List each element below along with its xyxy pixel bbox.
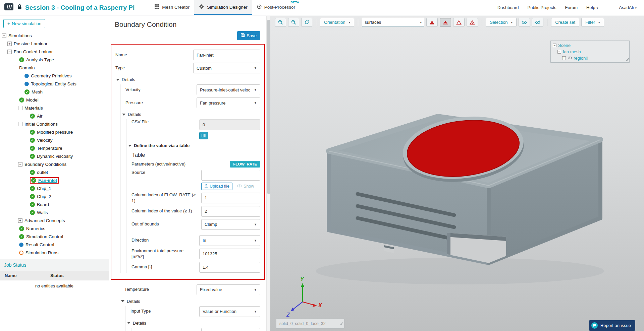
open-table-button[interactable] <box>199 132 208 139</box>
collapse-icon[interactable]: − <box>13 98 17 102</box>
tree-item-label[interactable]: Chip_1 <box>37 186 51 191</box>
scene-tree-root[interactable]: − Scene <box>553 42 627 49</box>
environment-total-pressure-input[interactable] <box>199 249 260 259</box>
resize-handle[interactable] <box>626 57 629 62</box>
expand-icon[interactable]: + <box>18 218 22 223</box>
resize-handle[interactable] <box>339 321 343 326</box>
show-selected-button[interactable] <box>519 18 530 27</box>
details-header[interactable]: Details <box>122 112 260 117</box>
link-dashboard[interactable]: Dashboard <box>497 5 519 10</box>
details-header[interactable]: Details <box>127 321 260 326</box>
tab-simulation-designer[interactable]: Simulation Designer <box>194 0 252 15</box>
tree-item-label[interactable]: Temperature <box>37 146 62 151</box>
tree-item-label[interactable]: Mesh <box>32 89 43 94</box>
tree-item[interactable]: +Advanced Concepts <box>0 216 109 224</box>
out-of-bounds-select[interactable]: Clamp▼ <box>201 219 260 230</box>
tree-item[interactable]: Air <box>0 112 109 120</box>
temperature-select[interactable]: Fixed value▼ <box>197 284 260 295</box>
tree-item-label[interactable]: Board <box>37 202 49 207</box>
zoom-in-button[interactable] <box>275 18 286 27</box>
tree-item[interactable]: +Passive-Laminar <box>0 40 109 48</box>
tree-item-label[interactable]: Boundary Conditions <box>24 162 66 167</box>
user-menu[interactable]: AsadAli▾ <box>619 5 637 10</box>
pressure-select[interactable]: Fan pressure▼ <box>197 97 260 108</box>
tree-item[interactable]: Dynamic viscosity <box>0 152 109 160</box>
gamma-input[interactable] <box>199 262 260 273</box>
collapse-icon[interactable]: − <box>13 66 17 70</box>
define-table-header[interactable]: Define the value via a table <box>128 143 260 148</box>
link-public-projects[interactable]: Public Projects <box>528 5 556 10</box>
tree-item-label[interactable]: Analysis Type <box>26 57 54 62</box>
tree-item[interactable]: −Initial Conditions <box>0 120 109 128</box>
panel-scrollbar[interactable] <box>266 16 270 331</box>
tree-item[interactable]: −Boundary Conditions <box>0 160 109 168</box>
name-input[interactable] <box>193 50 260 60</box>
scene-tree-mesh[interactable]: − fan mesh <box>553 49 627 55</box>
collapse-icon[interactable]: − <box>557 50 561 54</box>
tree-item-label[interactable]: Simulation Runs <box>25 250 58 255</box>
tree-item[interactable]: Result Control <box>0 241 109 249</box>
temperature-value-input[interactable] <box>201 328 260 331</box>
collapse-icon[interactable]: − <box>553 44 556 47</box>
tree-item-label[interactable]: Walls <box>37 210 48 215</box>
tree-item-label[interactable]: Velocity <box>37 138 53 143</box>
tree-item-label[interactable]: Topological Entity Sets <box>31 81 76 86</box>
tree-item-label[interactable]: Model <box>26 97 39 103</box>
direction-select[interactable]: In▼ <box>199 235 260 246</box>
tree-item[interactable]: Fan-inlet <box>0 176 109 184</box>
collapse-icon[interactable]: − <box>18 106 22 110</box>
tree-item-label[interactable]: Modified pressure <box>37 130 73 135</box>
tree-item[interactable]: outlet <box>0 168 109 176</box>
tab-mesh-creator[interactable]: Mesh Creator <box>150 0 194 15</box>
help-menu[interactable]: Help▾ <box>586 5 598 10</box>
tree-item-label[interactable]: Passive-Laminar <box>14 41 48 46</box>
tree-item[interactable]: Chip_2 <box>0 192 109 200</box>
tree-item-label[interactable]: Result Control <box>25 242 54 247</box>
tree-item-label[interactable]: Simulation Control <box>26 234 63 239</box>
highlight-filled-toggle[interactable] <box>426 18 438 27</box>
fan-housing-model[interactable] <box>316 110 604 284</box>
details-header[interactable]: Details <box>121 299 260 304</box>
tree-item[interactable]: −Model <box>0 96 109 104</box>
show-button[interactable]: Show <box>235 183 256 190</box>
tree-item[interactable]: Topological Entity Sets <box>0 80 109 88</box>
tree-item[interactable]: −Fan-Cooled-Lminar <box>0 48 109 56</box>
tree-item-label[interactable]: Initial Conditions <box>24 122 58 127</box>
tree-item-label[interactable]: Fan-inlet <box>38 178 57 183</box>
collapse-icon[interactable]: − <box>7 50 12 54</box>
highlight-stripe-toggle[interactable] <box>440 18 451 27</box>
tree-item-label[interactable]: Simulations <box>8 33 32 38</box>
tree-item-label[interactable]: Fan-Cooled-Lminar <box>14 49 53 54</box>
tree-item[interactable]: Modified pressure <box>0 128 109 136</box>
tree-item[interactable]: Mesh <box>0 88 109 96</box>
tree-item-label[interactable]: Geometry Primitives <box>31 73 72 78</box>
collapse-icon[interactable]: − <box>18 162 22 167</box>
tree-item[interactable]: Numerics <box>0 224 109 233</box>
expand-icon[interactable]: + <box>7 42 12 46</box>
tree-item[interactable]: Walls <box>0 208 109 216</box>
flow-rate-badge[interactable]: FLOW_RATE <box>230 161 260 168</box>
hide-selected-button[interactable] <box>532 18 543 27</box>
tree-item[interactable]: Geometry Primitives <box>0 72 109 80</box>
viewport-3d[interactable]: Orientation▾ surfaces▾ Selection▾ C <box>270 16 644 331</box>
tree-item-label[interactable]: Materials <box>24 106 43 111</box>
collapse-icon[interactable]: − <box>2 34 6 38</box>
orientation-dropdown[interactable]: Orientation▾ <box>320 18 354 27</box>
input-type-select[interactable]: Value or Function▼ <box>199 306 260 317</box>
render-mode-select[interactable]: surfaces▾ <box>362 18 424 27</box>
tree-item[interactable]: −Domain <box>0 64 109 72</box>
selection-dropdown[interactable]: Selection▾ <box>486 18 517 27</box>
tree-item-label[interactable]: outlet <box>37 170 48 175</box>
type-select[interactable]: Custom▼ <box>193 63 260 73</box>
report-issue-button[interactable]: Report an issue <box>589 320 635 331</box>
column-index-value-input[interactable] <box>201 206 260 217</box>
tree-item-label[interactable]: Chip_2 <box>37 194 51 199</box>
tree-item[interactable]: Board <box>0 200 109 208</box>
eye-icon[interactable] <box>568 56 572 61</box>
save-button[interactable]: Save <box>237 31 260 40</box>
scene-tree-region[interactable]: + region0 <box>553 55 627 61</box>
highlight-outline-toggle[interactable] <box>453 18 465 27</box>
highlight-dot-toggle[interactable] <box>467 18 478 27</box>
panel-scrollbar-thumb[interactable] <box>267 20 270 194</box>
tab-post-processor[interactable]: Post-Processor BETA <box>252 0 300 15</box>
